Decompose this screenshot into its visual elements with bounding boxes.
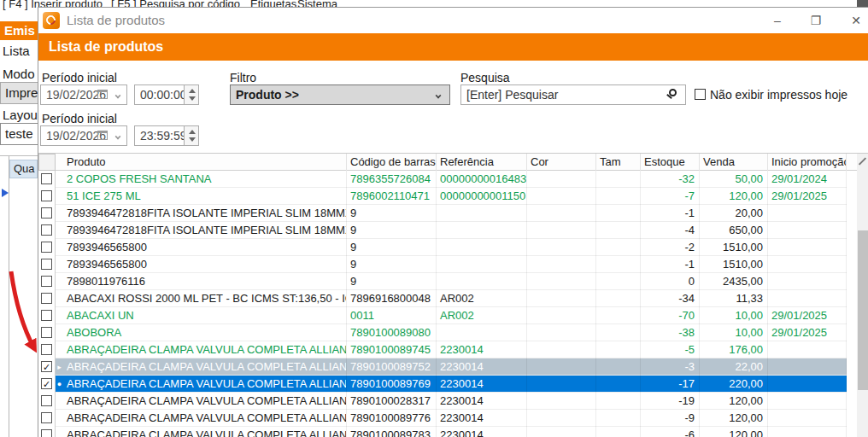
cell-promocao: 29/01/2025 [768,324,847,341]
checkbox-unchecked-icon [41,327,52,338]
spin-up-icon [189,130,196,134]
table-row[interactable]: ✓●ABRAÇADEIRA CLAMPA VALVULA COMPLETA AL… [38,376,847,393]
cell-cor [527,171,596,188]
cell-produto: ABRAÇADEIRA CLAMPA VALVULA COMPLETA ALLI… [63,427,347,437]
cell-codigo: 9 [347,239,437,256]
checkbox-unchecked-icon [41,190,52,201]
table-row[interactable]: ✓▸ABRAÇADEIRA CLAMPA VALVULA COMPLETA AL… [38,358,847,376]
nao-exibir-checkbox[interactable] [695,89,706,100]
periodo-inicial-label: Período inicial [42,71,117,84]
search-input[interactable] [461,85,658,104]
filtro-combobox[interactable]: Produto >> [230,84,450,105]
column-header[interactable]: Tam [596,154,641,171]
spinner-buttons[interactable] [184,85,198,104]
search-icon[interactable] [669,89,677,96]
table-row[interactable]: 7893946472818FITA ISOLANTE IMPERIAL SLIM… [38,222,847,239]
row-checkbox[interactable]: ✓ [38,358,56,376]
periodo-final-time-spinner[interactable]: 23:59:59 [134,125,199,146]
spinner-buttons[interactable] [184,126,198,145]
row-marker-empty [56,239,63,256]
table-row[interactable]: ABACAXI UN0011AR002-7010,0029/01/2025 [38,307,847,324]
periodo-final-date-picker[interactable]: 19/02/2026 [40,125,127,146]
column-header[interactable]: Código de barras [347,154,437,171]
row-checkbox[interactable] [38,239,56,256]
periodo-inicial-time-spinner[interactable]: 00:00:00 [134,84,199,105]
table-row[interactable]: 2 COPOS FRESH SANTANA7896355726084000000… [38,171,847,188]
cell-cor [527,376,596,393]
minimize-button[interactable]: – [765,11,790,30]
row-checkbox[interactable] [38,341,56,358]
cell-estoque: -34 [641,290,700,307]
row-checkbox[interactable] [38,273,56,290]
cell-codigo: 7890100089783 [347,427,437,437]
bg-label-layout: Layou [3,108,38,122]
table-row[interactable]: 51 ICE 275 ML789600211047100000000001150… [38,188,847,205]
row-checkbox[interactable] [38,307,56,324]
close-button[interactable]: ✕ [843,11,868,30]
column-header[interactable]: Cor [527,154,596,171]
table-row[interactable]: ABRAÇADEIRA CLAMPA VALVULA COMPLETA ALLI… [38,393,847,410]
cell-referencia: 00000000016483 [437,171,527,188]
row-marker-empty [56,188,63,205]
column-header[interactable]: Inicio promoção [768,154,847,171]
cell-estoque: -4 [641,222,700,239]
row-checkbox[interactable] [38,222,56,239]
cell-produto: 7893946565800 [63,239,347,256]
row-checkbox[interactable] [38,324,56,341]
table-row[interactable]: ABRAÇADEIRA CLAMPA VALVULA COMPLETA ALLI… [38,410,847,427]
row-checkbox[interactable] [38,171,56,188]
row-checkbox[interactable] [38,393,56,410]
table-row[interactable]: ABRAÇADEIRA CLAMPA VALVULA COMPLETA ALLI… [38,427,847,437]
table-row[interactable]: 78939465658009-11510,00 [38,256,847,273]
dialog-titlebar[interactable]: Lista de produtos – ❐ ✕ [38,8,868,33]
cell-produto: ABACAXI UN [63,307,347,324]
maximize-button[interactable]: ❐ [803,11,829,30]
scrollbar-thumb[interactable] [858,230,868,390]
checkbox-unchecked-icon [41,173,52,184]
table-row[interactable]: ABACAXI ROSSI 2000 ML PET - BC ICMS ST:1… [38,290,847,307]
row-checkbox[interactable] [38,256,56,273]
cell-codigo: 7890100089769 [347,376,437,393]
select-all-header-cell[interactable] [38,154,56,171]
table-row[interactable]: ABRAÇADEIRA CLAMPA VALVULA COMPLETA ALLI… [38,341,847,358]
row-marker-empty [56,256,63,273]
cell-tam [596,256,641,273]
table-row[interactable]: 78939465658009-21510,00 [38,239,847,256]
cell-codigo: 9 [347,273,437,290]
cell-produto: ABRAÇADEIRA CLAMPA VALVULA COMPLETA ALLI… [63,341,347,358]
checkbox-unchecked-icon [41,259,52,270]
row-checkbox[interactable]: ✓ [38,376,56,393]
cell-venda: 2435,00 [700,273,768,290]
row-marker-empty [56,290,63,307]
row-checkbox[interactable] [38,290,56,307]
vertical-scrollbar[interactable] [857,154,868,437]
table-row[interactable]: 7893946472818FITA ISOLANTE IMPERIAL SLIM… [38,205,847,222]
periodo-inicial-date-picker[interactable]: 19/02/2026 [40,84,127,105]
column-header[interactable]: Produto [63,154,347,171]
cell-tam [596,427,641,437]
cell-promocao [768,222,847,239]
cell-tam [596,393,641,410]
dialog-title: Lista de produtos [67,13,165,27]
row-checkbox[interactable] [38,427,56,437]
row-checkbox[interactable] [38,188,56,205]
table-row[interactable]: 7898011976116902435,00 [38,273,847,290]
checkbox-unchecked-icon [41,344,52,355]
cell-cor [527,205,596,222]
table-row[interactable]: ABOBORA7890100089080-3810,0029/01/2025 [38,324,847,341]
cell-cor [527,222,596,239]
checkbox-checked-icon: ✓ [41,378,52,389]
cell-venda: 10,00 [700,324,768,341]
column-header[interactable]: Venda [700,154,768,171]
cell-referencia: 2230014 [437,410,527,427]
cell-tam [596,290,641,307]
column-header[interactable]: Referência [437,154,527,171]
cell-referencia [437,273,527,290]
row-marker-icon: ● [56,376,63,393]
cell-codigo: 7896916800048 [347,290,437,307]
row-checkbox[interactable] [38,205,56,222]
row-checkbox[interactable] [38,410,56,427]
column-header[interactable]: Estoque [641,154,700,171]
cell-estoque: -2 [641,239,700,256]
cell-tam [596,341,641,358]
